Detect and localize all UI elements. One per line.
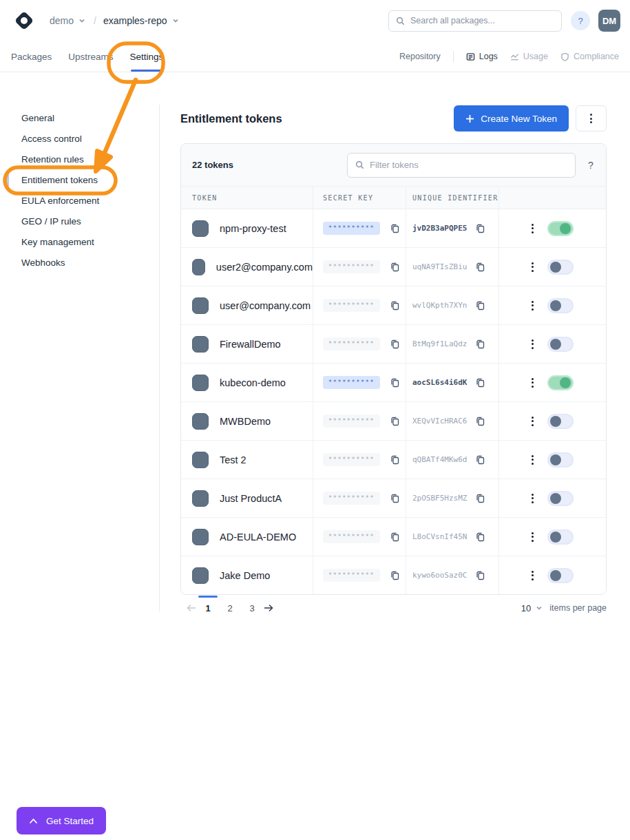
row-actions-menu-button[interactable] xyxy=(532,455,534,465)
unique-identifier: aocSL6s4i6dK xyxy=(412,378,467,387)
sidebar-item-entitlement-tokens[interactable]: Entitlement tokens xyxy=(0,169,159,190)
help-button[interactable]: ? xyxy=(571,11,590,30)
table-row: Jake Demo ********** kywo6ooSaz0C xyxy=(181,556,606,594)
token-enabled-toggle[interactable] xyxy=(547,491,574,506)
copy-identifier-button[interactable] xyxy=(472,221,487,236)
copy-secret-button[interactable] xyxy=(387,260,402,275)
usage-link[interactable]: Usage xyxy=(510,52,548,61)
copy-identifier-button[interactable] xyxy=(472,414,487,429)
search-input[interactable] xyxy=(410,16,554,25)
unique-identifier: uqNA9TIsZBiu xyxy=(412,262,467,271)
get-started-button[interactable]: Get Started xyxy=(17,807,106,834)
token-name: FirewallDemo xyxy=(220,339,281,350)
context-divider xyxy=(453,51,454,62)
next-page-button[interactable] xyxy=(263,603,274,613)
token-enabled-toggle[interactable] xyxy=(547,375,574,390)
filter-tokens-input[interactable] xyxy=(370,160,567,170)
page-actions-menu-button[interactable] xyxy=(576,105,607,132)
copy-identifier-button[interactable] xyxy=(472,298,487,313)
copy-secret-button[interactable] xyxy=(387,221,402,236)
secret-key-masked: ********** xyxy=(323,337,380,350)
token-name: MWBDemo xyxy=(220,416,271,427)
copy-secret-button[interactable] xyxy=(387,298,402,313)
chevron-down-icon[interactable] xyxy=(536,605,543,611)
token-avatar xyxy=(192,567,209,584)
row-actions-menu-button[interactable] xyxy=(532,301,534,311)
secret-key-masked: ********** xyxy=(323,376,380,389)
repo-switcher[interactable]: examples-repo xyxy=(103,15,179,26)
sidebar-divider xyxy=(159,105,160,611)
copy-identifier-button[interactable] xyxy=(472,337,487,352)
secret-key-masked: ********** xyxy=(323,222,380,235)
compliance-link[interactable]: Compliance xyxy=(560,52,619,61)
row-actions-menu-button[interactable] xyxy=(532,494,534,503)
sidebar-item-access-control[interactable]: Access control xyxy=(0,128,159,149)
unique-identifier: qQBATf4MKw6d xyxy=(412,455,467,464)
kebab-icon xyxy=(532,262,534,272)
sidebar-item-geo-ip-rules[interactable]: GEO / IP rules xyxy=(0,211,159,231)
row-actions-menu-button[interactable] xyxy=(532,378,534,388)
row-actions-menu-button[interactable] xyxy=(532,532,534,542)
page-number-2[interactable]: 2 xyxy=(222,603,238,613)
repo-tabs: PackagesUpstreamsSettings xyxy=(11,41,163,72)
prev-page-button[interactable] xyxy=(186,603,197,613)
create-token-button[interactable]: Create New Token xyxy=(454,105,569,132)
tokens-card: 22 tokens ? TOKEN SECRET KEY UNIQUE IDEN… xyxy=(180,143,607,595)
row-actions-menu-button[interactable] xyxy=(532,417,534,426)
token-enabled-toggle[interactable] xyxy=(547,260,574,275)
sidebar-item-webhooks[interactable]: Webhooks xyxy=(0,252,159,273)
per-page-value[interactable]: 10 xyxy=(521,603,531,613)
table-help-button[interactable]: ? xyxy=(576,160,606,171)
row-actions-menu-button[interactable] xyxy=(532,224,534,233)
cloudsmith-logo-icon[interactable] xyxy=(14,10,34,31)
create-token-label: Create New Token xyxy=(481,114,557,124)
copy-identifier-button[interactable] xyxy=(472,568,487,583)
secret-key-masked: ********** xyxy=(323,299,380,312)
sidebar-item-eula-enforcement[interactable]: EULA enforcement xyxy=(0,190,159,211)
copy-secret-button[interactable] xyxy=(387,375,402,390)
token-enabled-toggle[interactable] xyxy=(547,452,574,468)
copy-identifier-button[interactable] xyxy=(472,452,487,468)
copy-icon xyxy=(475,493,485,503)
org-switcher[interactable]: demo xyxy=(50,15,85,26)
kebab-icon xyxy=(532,571,534,580)
copy-identifier-button[interactable] xyxy=(472,529,487,545)
copy-identifier-button[interactable] xyxy=(472,491,487,506)
token-enabled-toggle[interactable] xyxy=(547,529,574,545)
token-enabled-toggle[interactable] xyxy=(547,414,574,429)
tab-settings[interactable]: Settings xyxy=(130,41,164,72)
copy-secret-button[interactable] xyxy=(387,452,402,468)
kebab-icon xyxy=(532,455,534,465)
row-actions-menu-button[interactable] xyxy=(532,262,534,272)
token-enabled-toggle[interactable] xyxy=(547,337,574,352)
tab-upstreams[interactable]: Upstreams xyxy=(68,41,113,72)
row-actions-menu-button[interactable] xyxy=(532,339,534,349)
page-number-3[interactable]: 3 xyxy=(244,603,260,613)
token-enabled-toggle[interactable] xyxy=(547,298,574,313)
sidebar-item-general[interactable]: General xyxy=(0,107,159,128)
token-name: Test 2 xyxy=(220,454,246,465)
filter-tokens-field[interactable] xyxy=(347,153,576,178)
copy-identifier-button[interactable] xyxy=(472,260,487,275)
sidebar-item-retention-rules[interactable]: Retention rules xyxy=(0,149,159,169)
user-avatar[interactable]: DM xyxy=(598,10,620,32)
sidebar-item-key-management[interactable]: Key management xyxy=(0,231,159,252)
copy-secret-button[interactable] xyxy=(387,529,402,545)
shield-icon xyxy=(560,52,569,61)
page-number-1[interactable]: 1 xyxy=(200,603,216,613)
tab-packages[interactable]: Packages xyxy=(11,41,52,72)
token-enabled-toggle[interactable] xyxy=(547,568,574,583)
copy-secret-button[interactable] xyxy=(387,337,402,352)
row-actions-menu-button[interactable] xyxy=(532,571,534,580)
copy-icon xyxy=(475,223,485,233)
global-search[interactable] xyxy=(388,10,562,32)
copy-identifier-button[interactable] xyxy=(472,375,487,390)
copy-secret-button[interactable] xyxy=(387,491,402,506)
copy-secret-button[interactable] xyxy=(387,568,402,583)
logs-link[interactable]: Logs xyxy=(466,52,498,61)
page: demo / examples-repo ? DM PackagesUpstre… xyxy=(0,0,630,840)
repo-name: examples-repo xyxy=(103,15,167,26)
unique-identifier: wvlQKpth7XYn xyxy=(412,301,467,310)
copy-secret-button[interactable] xyxy=(387,414,402,429)
token-enabled-toggle[interactable] xyxy=(547,221,574,236)
